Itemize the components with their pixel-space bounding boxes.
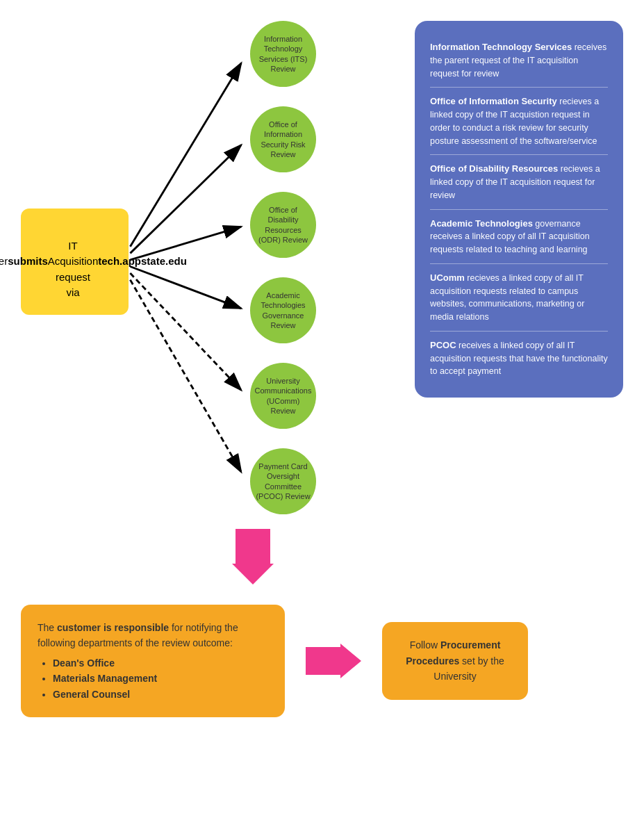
- atg-title-bold: Academic Technologies: [430, 218, 533, 229]
- procurement-box: Follow Procurement Procedures set by the…: [382, 622, 528, 699]
- info-section-atg: Academic Technologies governance receive…: [430, 210, 608, 264]
- circles-column: Information Technology Services (ITS) Re…: [250, 21, 316, 514]
- dept-general-counsel: General Counsel: [53, 687, 268, 702]
- customer-responsible-box: The customer is responsible for notifyin…: [21, 605, 285, 717]
- info-section-ois: Office of Information Security recieves …: [430, 88, 608, 155]
- arrow-ucomm: [130, 273, 241, 390]
- pink-right-arrow: [306, 640, 361, 682]
- website-label: tech.appstate.edu: [98, 254, 187, 270]
- info-section-its: Information Technology Services receives…: [430, 33, 608, 88]
- odr-title-bold: Office of Disability Resources: [430, 163, 558, 174]
- circle-ois: Office of Information Security Risk Revi…: [250, 106, 316, 172]
- pink-down-arrow-container: [232, 529, 274, 587]
- ois-title-bold: Office of Information Security: [430, 96, 557, 106]
- responsible-text: The customer is responsible for notifyin…: [38, 620, 268, 651]
- pink-down-arrow: [232, 529, 274, 584]
- info-section-odr: Office of Disability Resources recieves …: [430, 155, 608, 209]
- circle-atg: Academic Technologies Governance Review: [250, 277, 316, 343]
- svg-marker-2: [232, 529, 274, 584]
- departments-list: Dean's Office Materials Management Gener…: [38, 655, 268, 702]
- ucomm-title-bold: UComm: [430, 272, 465, 283]
- circle-ucomm: University Communications (UComm) Review: [250, 363, 316, 429]
- info-section-ucomm: UComm recieves a linked copy of all IT a…: [430, 264, 608, 332]
- its-title-bold: Information Technology Services: [430, 42, 572, 52]
- pcoc-title-bold: PCOC: [430, 340, 456, 350]
- info-section-pcoc: PCOC receives a linked copy of all IT ac…: [430, 332, 608, 385]
- arrow-pcoc: [130, 280, 241, 473]
- circle-pcoc: Payment Card Oversight Committee (PCOC) …: [250, 448, 316, 514]
- circle-its: Information Technology Services (ITS) Re…: [250, 21, 316, 87]
- circle-odr: Office of Disability Resources (ODR) Rev…: [250, 192, 316, 258]
- pcoc-title-rest: receives a linked copy of all IT acquisi…: [430, 341, 608, 377]
- info-box: Information Technology Services receives…: [415, 21, 623, 398]
- responsible-bold: customer is responsible: [57, 622, 169, 633]
- dept-materials-management: Materials Management: [53, 671, 268, 686]
- customer-box: Customer submits IT Acquisitionrequest v…: [21, 208, 129, 315]
- arrow-its: [130, 63, 241, 247]
- submits-label: submits: [8, 254, 48, 270]
- svg-marker-3: [306, 644, 361, 678]
- main-container: Customer submits IT Acquisitionrequest v…: [0, 0, 644, 731]
- arrow-atg: [130, 267, 241, 309]
- procurement-text-1: Follow: [410, 639, 440, 651]
- bottom-section: The customer is responsible for notifyin…: [14, 605, 630, 717]
- arrow-ois: [130, 145, 241, 253]
- top-section: Customer submits IT Acquisitionrequest v…: [14, 14, 630, 535]
- dept-deans-office: Dean's Office: [53, 655, 268, 671]
